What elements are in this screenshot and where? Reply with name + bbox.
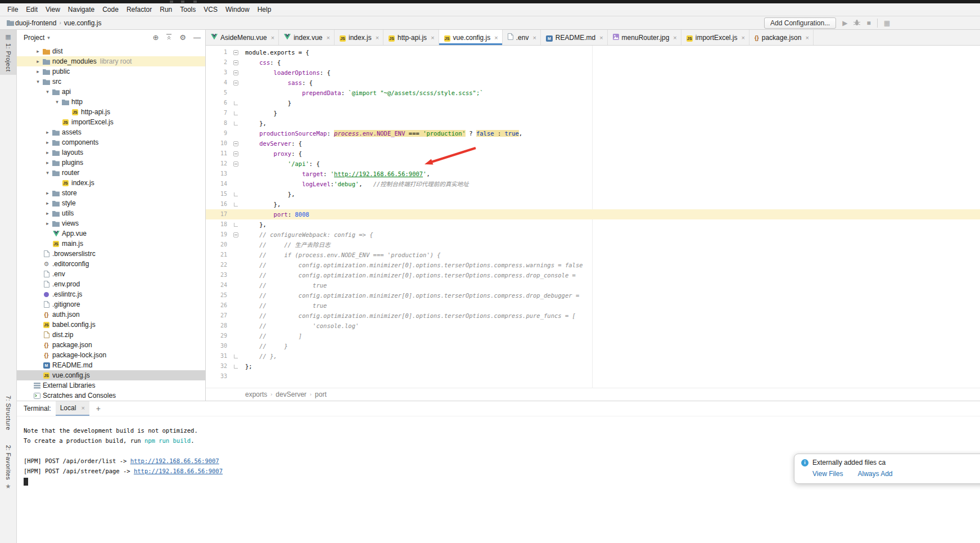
chevron-right-icon[interactable]: ▸ <box>34 69 42 74</box>
fold-marker-icon[interactable] <box>231 68 241 78</box>
code-text[interactable]: loaderOptions: { <box>241 68 331 78</box>
terminal-label[interactable]: Terminal: <box>24 405 51 412</box>
code-editor[interactable]: 1module.exports = {2 css: {3 loaderOptio… <box>206 46 980 388</box>
code-line-23[interactable]: 23 // config.optimization.minimizer[0].o… <box>206 270 980 280</box>
code-line-25[interactable]: 25 // config.optimization.minimizer[0].o… <box>206 290 980 300</box>
stop-icon[interactable]: ■ <box>866 20 870 26</box>
code-line-7[interactable]: 7 } <box>206 108 980 118</box>
tool-window-button-project[interactable]: ▦ 1: Project <box>0 30 16 75</box>
fold-marker-icon[interactable] <box>231 361 241 371</box>
tree-item-store[interactable]: ▸store <box>17 188 205 198</box>
code-text[interactable]: sass: { <box>241 78 313 88</box>
code-line-15[interactable]: 15 }, <box>206 189 980 199</box>
code-line-18[interactable]: 18 }, <box>206 219 980 230</box>
code-line-19[interactable]: 19 // configureWebpack: config => { <box>206 230 980 240</box>
chevron-down-icon[interactable]: ▾ <box>53 99 61 105</box>
code-text[interactable]: }, <box>241 189 295 199</box>
code-line-22[interactable]: 22 // config.optimization.minimizer[0].o… <box>206 260 980 270</box>
tree-item-eslintrc-js[interactable]: .eslintrc.js <box>17 289 205 299</box>
code-text[interactable]: proxy: { <box>241 149 302 159</box>
code-text[interactable]: '/api': { <box>241 159 320 169</box>
menu-refactor[interactable]: Refactor <box>123 3 156 16</box>
view-files-link[interactable]: View Files <box>812 470 843 478</box>
code-line-9[interactable]: 9 productionSourceMap: process.env.NODE_… <box>206 128 980 138</box>
tree-item-app-vue[interactable]: App.vue <box>17 228 205 239</box>
chevron-right-icon[interactable]: ▸ <box>34 48 42 54</box>
code-text[interactable]: // // 生产去除日志 <box>241 240 331 250</box>
tree-item-src[interactable]: ▾src <box>17 77 205 87</box>
tree-item-package-lock-json[interactable]: {}package-lock.json <box>17 350 205 360</box>
menu-code[interactable]: Code <box>98 3 123 16</box>
chevron-down-icon[interactable]: ▾ <box>44 170 51 176</box>
code-text[interactable]: }, <box>241 118 267 128</box>
tool-window-button-structure[interactable]: 7: Structure <box>0 392 16 434</box>
code-line-10[interactable]: 10 devServer: { <box>206 138 980 149</box>
code-line-28[interactable]: 28 // 'console.log' <box>206 321 980 331</box>
code-line-2[interactable]: 2 css: { <box>206 57 980 68</box>
tree-item-utils[interactable]: ▸utils <box>17 208 205 218</box>
chevron-right-icon[interactable]: ▸ <box>44 200 51 206</box>
code-text[interactable]: // configureWebpack: config => { <box>241 230 373 240</box>
menu-navigate[interactable]: Navigate <box>64 3 98 16</box>
code-text[interactable]: logLevel:'debug', //控制台终端打印代理前的真实地址 <box>241 179 469 189</box>
editor-tab-env[interactable]: .env× <box>503 30 541 45</box>
tree-item-scratches-and-consoles[interactable]: Scratches and Consoles <box>17 391 205 401</box>
fold-marker-icon[interactable] <box>231 78 241 88</box>
fold-marker-icon[interactable] <box>231 138 241 149</box>
chevron-down-icon[interactable]: ▾ <box>34 79 42 84</box>
menu-help[interactable]: Help <box>254 3 276 16</box>
tool-window-button-favorites[interactable]: 2: Favorites ★ <box>0 442 16 493</box>
code-text[interactable]: module.exports = { <box>241 47 309 57</box>
code-line-24[interactable]: 24 // true <box>206 280 980 290</box>
tree-item-env-prod[interactable]: .env.prod <box>17 279 205 289</box>
chevron-right-icon[interactable]: ▸ <box>44 190 51 196</box>
tree-item-dist-zip[interactable]: dist.zip <box>17 330 205 340</box>
fold-marker-icon[interactable] <box>231 159 241 169</box>
fold-marker-icon[interactable] <box>231 57 241 68</box>
code-text[interactable]: port: 8008 <box>241 209 309 219</box>
url-link[interactable]: http://192.168.66.56:9007 <box>130 457 219 464</box>
close-icon[interactable]: × <box>741 34 744 41</box>
editor-tab-readme-md[interactable]: MREADME.md× <box>541 30 608 45</box>
code-line-16[interactable]: 16 }, <box>206 199 980 209</box>
code-text[interactable]: // true <box>241 300 327 311</box>
close-icon[interactable]: × <box>327 34 330 41</box>
close-icon[interactable]: × <box>494 34 498 41</box>
code-line-13[interactable]: 13 target: 'http://192.168.66.56:9007', <box>206 169 980 179</box>
tree-item-index-js[interactable]: JSindex.js <box>17 178 205 188</box>
code-line-4[interactable]: 4 sass: { <box>206 78 980 88</box>
code-line-11[interactable]: 11 proxy: { <box>206 149 980 159</box>
fold-marker-icon[interactable] <box>231 149 241 159</box>
editor-breadcrumb-port[interactable]: port <box>315 391 327 398</box>
code-line-26[interactable]: 26 // true <box>206 300 980 311</box>
tree-item-editorconfig[interactable]: ⚙.editorconfig <box>17 259 205 269</box>
tree-item-public[interactable]: ▸public <box>17 66 205 77</box>
tree-item-views[interactable]: ▸views <box>17 218 205 228</box>
tree-item-api[interactable]: ▾api <box>17 87 205 97</box>
tree-item-plugins[interactable]: ▸plugins <box>17 158 205 168</box>
tree-item-http-api-js[interactable]: JShttp-api.js <box>17 107 205 117</box>
code-text[interactable]: // 'console.log' <box>241 321 359 331</box>
tree-item-babel-config-js[interactable]: JSbabel.config.js <box>17 320 205 330</box>
url-link[interactable]: http://192.168.66.56:9007 <box>334 170 423 177</box>
code-line-8[interactable]: 8 }, <box>206 118 980 128</box>
editor-tab-package-json[interactable]: {}package.json× <box>749 30 814 45</box>
code-text[interactable]: // }, <box>241 351 277 361</box>
code-text[interactable]: // if (process.env.NODE_ENV === 'product… <box>241 250 441 260</box>
tree-item-assets[interactable]: ▸assets <box>17 127 205 137</box>
code-line-6[interactable]: 6 } <box>206 98 980 108</box>
code-line-30[interactable]: 30 // } <box>206 341 980 351</box>
tree-item-importexcel-js[interactable]: JSimportExcel.js <box>17 117 205 127</box>
code-text[interactable]: // config.optimization.minimizer[0].opti… <box>241 311 576 321</box>
tree-item-vue-config-js[interactable]: JSvue.config.js <box>17 370 205 380</box>
tree-item-auth-json[interactable]: {}auth.json <box>17 309 205 320</box>
editor-breadcrumb-exports[interactable]: exports <box>245 391 267 398</box>
close-icon[interactable]: × <box>673 34 676 41</box>
fold-marker-icon[interactable] <box>231 230 241 240</box>
fold-marker-icon[interactable] <box>231 98 241 108</box>
always-add-link[interactable]: Always Add <box>857 470 892 478</box>
chevron-down-icon[interactable]: ▾ <box>44 89 51 95</box>
code-line-1[interactable]: 1module.exports = { <box>206 47 980 57</box>
code-line-21[interactable]: 21 // if (process.env.NODE_ENV === 'prod… <box>206 250 980 260</box>
tree-item-http[interactable]: ▾http <box>17 97 205 107</box>
